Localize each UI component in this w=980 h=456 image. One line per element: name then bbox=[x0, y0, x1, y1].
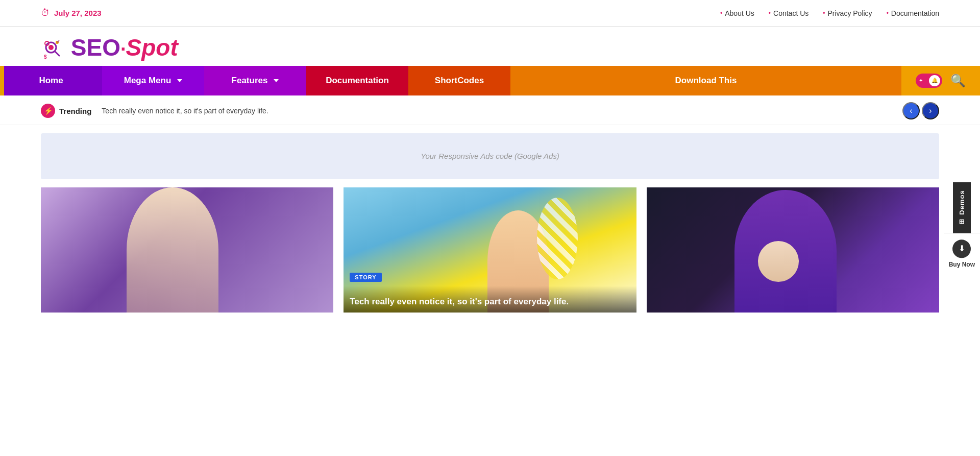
svg-text:$: $ bbox=[44, 54, 47, 60]
svg-line-2 bbox=[55, 52, 59, 56]
trending-next-button[interactable]: › bbox=[922, 102, 939, 119]
article-card-3[interactable] bbox=[647, 187, 939, 313]
theme-toggle[interactable]: ✦ 🔔 bbox=[916, 74, 942, 88]
mega-menu-chevron-icon bbox=[177, 79, 182, 82]
nav-features[interactable]: Features bbox=[204, 66, 306, 95]
logo-seo-text: SEO bbox=[71, 34, 120, 61]
buy-now-label: Buy Now bbox=[949, 261, 975, 268]
contact-us-link[interactable]: Contact Us bbox=[769, 9, 808, 17]
demos-sidebar: ⊞ Demos ⬇ Buy Now bbox=[944, 182, 980, 274]
nav-right: ✦ 🔔 🔍 bbox=[901, 66, 980, 95]
logo-seo-icon: $ bbox=[41, 38, 63, 61]
article-card-1[interactable] bbox=[41, 187, 333, 313]
top-bar: ⏱ July 27, 2023 About Us Contact Us Priv… bbox=[0, 0, 980, 27]
logo-dot: · bbox=[120, 38, 126, 60]
nav-mega-menu-label: Mega Menu bbox=[124, 76, 172, 86]
trending-badge: ⚡ Trending bbox=[41, 104, 91, 118]
nav-download[interactable]: Download This bbox=[510, 66, 901, 95]
trending-arrows: ‹ › bbox=[902, 102, 939, 119]
toggle-star-icon: ✦ bbox=[919, 78, 923, 83]
date-label: July 27, 2023 bbox=[54, 9, 102, 17]
demos-grid-icon: ⊞ bbox=[958, 219, 966, 225]
demos-button[interactable]: ⊞ Demos bbox=[953, 182, 971, 233]
nav-home[interactable]: Home bbox=[0, 66, 102, 95]
documentation-top-link[interactable]: Documentation bbox=[887, 9, 939, 17]
article-grid: STORY Tech really even notice it, so it'… bbox=[0, 187, 980, 313]
buy-now-button[interactable]: ⬇ Buy Now bbox=[944, 233, 980, 274]
logo[interactable]: $ SEO·Spot bbox=[41, 36, 178, 61]
article-card-2[interactable]: STORY Tech really even notice it, so it'… bbox=[344, 187, 636, 313]
article-image-3 bbox=[647, 187, 939, 313]
top-bar-left: ⏱ July 27, 2023 bbox=[41, 8, 102, 18]
nav-shortcodes[interactable]: ShortCodes bbox=[408, 66, 510, 95]
story-badge: STORY bbox=[350, 273, 381, 282]
nav-mega-menu[interactable]: Mega Menu bbox=[102, 66, 204, 95]
navigation: Home Mega Menu Features Documentation Sh… bbox=[0, 66, 980, 95]
demos-label: Demos bbox=[958, 190, 966, 214]
logo-spot-text: Spot bbox=[126, 34, 178, 61]
trending-bar: ⚡ Trending Tech really even notice it, s… bbox=[0, 98, 980, 125]
nav-documentation[interactable]: Documentation bbox=[306, 66, 408, 95]
logo-area: $ SEO·Spot bbox=[0, 27, 980, 66]
trending-prev-button[interactable]: ‹ bbox=[902, 102, 920, 119]
privacy-policy-link[interactable]: Privacy Policy bbox=[823, 9, 872, 17]
buy-now-icon: ⬇ bbox=[952, 239, 971, 258]
trending-text: Tech really even notice it, so it's part… bbox=[102, 107, 902, 115]
ads-text: Your Responsive Ads code (Google Ads) bbox=[421, 152, 559, 160]
clock-icon: ⏱ bbox=[41, 8, 50, 18]
features-chevron-icon bbox=[274, 79, 279, 82]
top-bar-right: About Us Contact Us Privacy Policy Docum… bbox=[720, 9, 939, 17]
search-icon[interactable]: 🔍 bbox=[950, 74, 966, 88]
trending-label: Trending bbox=[59, 107, 91, 115]
toggle-knob: 🔔 bbox=[929, 75, 940, 86]
ads-banner: Your Responsive Ads code (Google Ads) bbox=[41, 133, 939, 179]
article-card-2-title: Tech really even notice it, so it's part… bbox=[344, 286, 636, 313]
trending-icon: ⚡ bbox=[41, 104, 55, 118]
article-image-1 bbox=[41, 187, 333, 313]
about-us-link[interactable]: About Us bbox=[720, 9, 754, 17]
nav-features-label: Features bbox=[232, 76, 268, 86]
svg-point-1 bbox=[48, 45, 54, 50]
